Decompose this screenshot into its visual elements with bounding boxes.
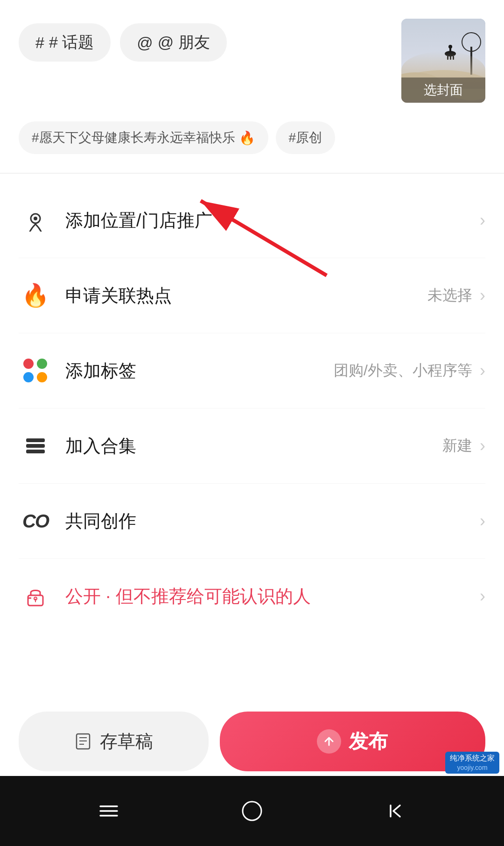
privacy-title: 公开 · 但不推荐给可能认识的人	[65, 585, 476, 608]
svg-rect-14	[26, 438, 45, 442]
privacy-chevron: ›	[480, 586, 485, 606]
draft-label: 存草稿	[100, 730, 153, 754]
collection-status: 新建	[442, 436, 472, 456]
fire-icon-0: 🔥	[239, 130, 255, 146]
svg-rect-10	[450, 56, 451, 60]
svg-rect-9	[447, 56, 448, 60]
back-nav-icon[interactable]	[383, 799, 407, 823]
svg-point-8	[448, 45, 452, 49]
fire-menu-icon: 🔥	[19, 279, 52, 312]
topic-button[interactable]: # # 话题	[19, 23, 111, 62]
at-icon: @	[137, 34, 153, 52]
tag-right: 团购/外卖、小程序等 ›	[334, 360, 485, 381]
watermark-badge: 纯净系统之家 yoojiy.com	[445, 752, 499, 774]
cover-select-button[interactable]: 选封面	[401, 19, 485, 103]
privacy-right: ›	[476, 586, 485, 606]
menu-item-location[interactable]: 添加位置/门店推广 ›	[19, 183, 485, 258]
hashtag-text-0: #愿天下父母健康长寿永远幸福快乐	[32, 129, 235, 147]
collection-right: 新建 ›	[442, 436, 485, 456]
cocreate-chevron: ›	[480, 511, 485, 531]
top-section: # # 话题 @ @ 朋友	[0, 0, 504, 112]
svg-rect-16	[26, 450, 45, 453]
collection-chevron: ›	[480, 436, 485, 456]
menu-item-cocreate[interactable]: CO 共同创作 ›	[19, 484, 485, 559]
menu-list: 添加位置/门店推广 › 🔥 申请关联热点 未选择 › 添加标签 团购/外卖、小程…	[0, 183, 504, 634]
hashtag-row: #愿天下父母健康长寿永远幸福快乐 🔥 #原创	[0, 112, 504, 163]
cover-label-text: 选封面	[401, 78, 485, 103]
location-icon	[19, 204, 52, 237]
cocreate-title: 共同创作	[65, 509, 476, 533]
hot-title: 申请关联热点	[65, 284, 427, 308]
hash-icon: #	[35, 34, 44, 52]
location-right: ›	[476, 211, 485, 230]
android-nav-bar	[0, 776, 504, 846]
svg-point-13	[34, 217, 37, 220]
hot-chevron: ›	[480, 286, 485, 305]
dots-icon	[19, 354, 52, 388]
hot-status: 未选择	[427, 285, 472, 306]
svg-point-6	[445, 51, 456, 56]
menu-item-privacy[interactable]: 公开 · 但不推荐给可能认识的人 ›	[19, 559, 485, 634]
draft-icon	[74, 732, 92, 751]
hashtag-pill-0[interactable]: #愿天下父母健康长寿永远幸福快乐 🔥	[19, 121, 268, 154]
tag-status: 团购/外卖、小程序等	[334, 360, 472, 381]
tag-chevron: ›	[480, 361, 485, 381]
publish-icon	[317, 729, 341, 754]
tag-buttons: # # 话题 @ @ 朋友	[19, 23, 227, 62]
home-nav-icon[interactable]	[240, 799, 264, 823]
hot-right: 未选择 ›	[427, 285, 485, 306]
hashtag-pill-1[interactable]: #原创	[276, 121, 336, 154]
hashtag-text-1: #原创	[289, 129, 322, 147]
svg-point-29	[243, 802, 261, 820]
tag-title: 添加标签	[65, 359, 334, 383]
co-icon: CO	[19, 504, 52, 538]
friend-label: @ 朋友	[158, 32, 210, 53]
lock-icon	[19, 579, 52, 613]
friend-button[interactable]: @ @ 朋友	[120, 23, 226, 62]
menu-item-hot[interactable]: 🔥 申请关联热点 未选择 ›	[19, 258, 485, 333]
layers-icon	[19, 429, 52, 463]
menu-nav-icon[interactable]	[97, 799, 121, 823]
location-title: 添加位置/门店推广	[65, 209, 476, 233]
collection-title: 加入合集	[65, 434, 442, 458]
publish-label: 发布	[349, 728, 388, 754]
draft-button[interactable]: 存草稿	[19, 712, 209, 771]
svg-rect-15	[26, 444, 45, 448]
bottom-bar: 存草稿 发布	[0, 712, 504, 771]
menu-item-tag[interactable]: 添加标签 团购/外卖、小程序等 ›	[19, 333, 485, 409]
cocreate-right: ›	[476, 511, 485, 531]
topic-label: # 话题	[49, 32, 94, 53]
menu-item-collection[interactable]: 加入合集 新建 ›	[19, 409, 485, 484]
divider	[0, 173, 504, 174]
svg-rect-11	[453, 56, 454, 60]
location-chevron: ›	[480, 211, 485, 230]
